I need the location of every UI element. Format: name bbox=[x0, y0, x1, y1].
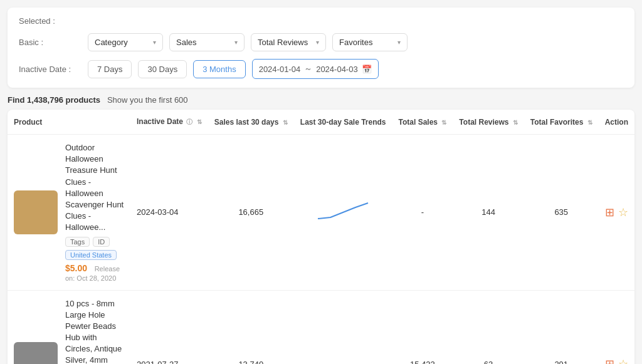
favorite-icon[interactable]: ☆ bbox=[618, 357, 628, 364]
col-header-product: Product bbox=[8, 110, 130, 135]
product-tag: ID bbox=[93, 237, 110, 247]
total-favorites-cell: 635 bbox=[524, 135, 599, 291]
find-text: Find 1,438,796 products bbox=[8, 95, 100, 105]
product-tag-list: TagsIDUnited States bbox=[65, 237, 124, 260]
category-label: Category bbox=[95, 38, 128, 47]
total-reviews-label: Total Reviews bbox=[258, 38, 308, 47]
3-months-button[interactable]: 3 Months bbox=[193, 60, 245, 78]
favorite-icon[interactable]: ☆ bbox=[618, 205, 628, 219]
calendar-icon: 📅 bbox=[362, 65, 372, 74]
action-cell: ⊞ ☆ bbox=[599, 135, 634, 291]
favorites-arrow-icon: ▾ bbox=[397, 39, 401, 46]
product-info: 10 pcs - 8mm Large Hole Pewter Beads Hub… bbox=[65, 298, 124, 365]
selected-label: Selected : bbox=[19, 16, 82, 26]
col-header-action: Action bbox=[599, 110, 634, 135]
trend-cell bbox=[294, 135, 392, 291]
total-reviews-arrow-icon: ▾ bbox=[316, 39, 319, 46]
product-title[interactable]: Outdoor Halloween Treasure Hunt Clues - … bbox=[65, 142, 124, 234]
inactive-date-info-icon: ⓘ bbox=[186, 118, 192, 125]
trend-cell bbox=[294, 290, 392, 364]
basic-label: Basic : bbox=[19, 38, 82, 47]
total-favorites-sort-icon[interactable]: ⇅ bbox=[587, 119, 592, 126]
sales-30-sort-icon[interactable]: ⇅ bbox=[283, 119, 288, 126]
favorites-label: Favorites bbox=[339, 38, 372, 47]
total-sales-cell: - bbox=[392, 135, 453, 291]
sales-label: Sales bbox=[176, 38, 197, 47]
summary-bar: Find 1,438,796 products Show you the fir… bbox=[8, 95, 634, 105]
product-tag: Tags bbox=[65, 237, 90, 247]
total-favorites-cell: 291 bbox=[524, 290, 599, 364]
favorites-select[interactable]: Favorites ▾ bbox=[332, 33, 408, 51]
product-cell: Outdoor Halloween Treasure Hunt Clues - … bbox=[8, 135, 130, 291]
sales-select[interactable]: Sales ▾ bbox=[169, 33, 245, 51]
show-text: Show you the first 600 bbox=[107, 95, 188, 105]
total-reviews-sort-icon[interactable]: ⇅ bbox=[513, 119, 518, 126]
col-header-total-reviews: Total Reviews ⇅ bbox=[453, 110, 524, 135]
product-cell: 10 pcs - 8mm Large Hole Pewter Beads Hub… bbox=[8, 290, 130, 364]
total-reviews-cell: 144 bbox=[453, 135, 524, 291]
7-days-button[interactable]: 7 Days bbox=[88, 60, 132, 78]
sales-arrow-icon: ▾ bbox=[234, 39, 238, 46]
product-thumbnail bbox=[14, 342, 58, 364]
col-header-sales-30: Sales last 30 days ⇅ bbox=[208, 110, 294, 135]
product-price: $5.00 bbox=[65, 263, 87, 273]
total-sales-cell: 15,422 bbox=[392, 290, 453, 364]
table-row: Outdoor Halloween Treasure Hunt Clues - … bbox=[8, 135, 634, 291]
col-header-total-sales: Total Sales ⇅ bbox=[392, 110, 453, 135]
30-days-button[interactable]: 30 Days bbox=[138, 60, 187, 78]
total-reviews-cell: 63 bbox=[453, 290, 524, 364]
table-container: Product Inactive Date ⓘ ⇅ Sales last 30 … bbox=[8, 110, 634, 364]
product-title[interactable]: 10 pcs - 8mm Large Hole Pewter Beads Hub… bbox=[65, 298, 124, 365]
sales-30-cell: 16,665 bbox=[208, 135, 294, 291]
inactive-date-cell: 2024-03-04 bbox=[130, 135, 208, 291]
product-tag: United States bbox=[65, 250, 117, 260]
view-icon[interactable]: ⊞ bbox=[605, 205, 614, 219]
sales-30-cell: 13,740 bbox=[208, 290, 294, 364]
col-header-inactive-date: Inactive Date ⓘ ⇅ bbox=[130, 110, 208, 135]
date-to: 2024-04-03 bbox=[316, 65, 358, 74]
product-info: Outdoor Halloween Treasure Hunt Clues - … bbox=[65, 142, 124, 283]
inactive-date-cell: 2021-07-27 bbox=[130, 290, 208, 364]
col-header-total-favorites: Total Favorites ⇅ bbox=[524, 110, 599, 135]
date-separator: ～ bbox=[304, 63, 312, 75]
action-cell: ⊞ ☆ bbox=[599, 290, 634, 364]
table-row: 10 pcs - 8mm Large Hole Pewter Beads Hub… bbox=[8, 290, 634, 364]
category-select[interactable]: Category ▾ bbox=[88, 33, 163, 51]
col-header-trends: Last 30-day Sale Trends bbox=[294, 110, 392, 135]
top-panel: Selected : Basic : Category ▾ Sales ▾ To… bbox=[8, 8, 634, 88]
view-icon[interactable]: ⊞ bbox=[605, 357, 614, 364]
inactive-date-sort-icon[interactable]: ⇅ bbox=[197, 118, 202, 125]
inactive-date-label: Inactive Date : bbox=[19, 65, 82, 74]
product-thumbnail bbox=[14, 190, 58, 234]
date-range-picker[interactable]: 2024-01-04 ～ 2024-04-03 📅 bbox=[252, 59, 379, 79]
category-arrow-icon: ▾ bbox=[153, 39, 156, 46]
date-from: 2024-01-04 bbox=[259, 65, 301, 74]
total-sales-sort-icon[interactable]: ⇅ bbox=[441, 119, 446, 126]
total-reviews-select[interactable]: Total Reviews ▾ bbox=[251, 33, 326, 51]
